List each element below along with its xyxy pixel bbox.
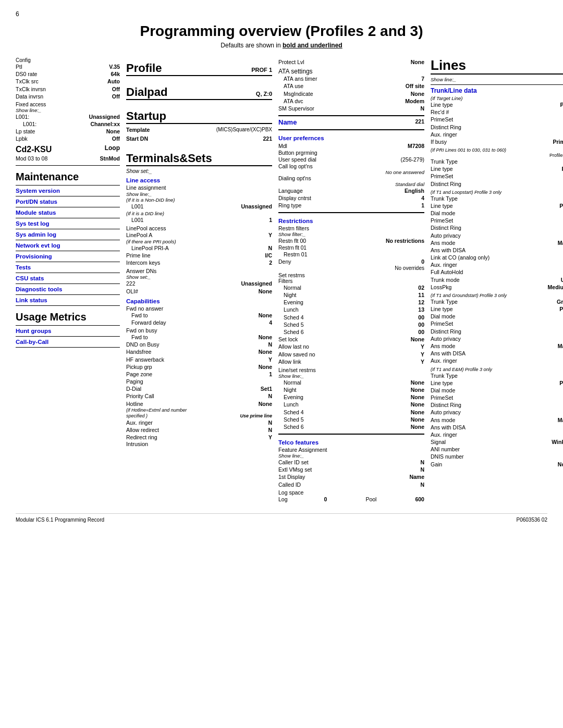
sidebar-item-system-version[interactable]: System version — [16, 188, 120, 194]
page-title: Programming overview (Profiles 2 and 3) — [16, 23, 547, 40]
footer-left: Modular ICS 6.1 Programming Record — [16, 517, 104, 523]
sidebar-item-tests[interactable]: Tests — [16, 264, 120, 270]
lines-column: Lines Show line:_ Trunk/Line data (If Ta… — [431, 57, 563, 503]
sidebar-item-diagnostic-tools[interactable]: Diagnostic tools — [16, 286, 120, 292]
page-subtitle: Defaults are shown in bold and underline… — [16, 42, 547, 49]
sidebar-item-provisioning[interactable]: Provisioning — [16, 253, 120, 260]
name-section: Name 221 — [278, 115, 424, 127]
user-preferences-section: User prefernces MdlM7208 Button prgrming… — [278, 129, 424, 209]
protect-lvl-row: Protect LvlNone — [278, 58, 424, 66]
startup-section: Startup Template (MICS)Square/(XC)PBX St… — [126, 105, 272, 142]
footer-right: P0603536 02 — [516, 517, 547, 523]
sidebar-item-hunt-groups[interactable]: Hunt groups — [16, 328, 120, 334]
config-block: Config PtIV.35 DS0 rate64k TxClk srcAuto… — [16, 57, 120, 162]
col-profile-terminals: Profile PROF 1 Dialpad Q, Z:0 Startup Te… — [126, 57, 272, 503]
sidebar-item-link-status[interactable]: Link status — [16, 297, 120, 303]
maintenance-heading: Maintenance — [16, 171, 120, 183]
dialpad-section: Dialpad Q, Z:0 — [126, 81, 272, 100]
profile-badge: PROF 1 — [251, 67, 272, 73]
sidebar: Config PtIV.35 DS0 rate64k TxClk srcAuto… — [16, 57, 120, 503]
terminals-sets-section: Terminals&Sets Show set:_ Line access Li… — [126, 147, 272, 447]
ata-settings-section: ATA settings ATA ans timer7 ATA useOff s… — [278, 68, 424, 112]
sidebar-item-call-by-call[interactable]: Call-by-Call — [16, 339, 120, 345]
sidebar-item-sys-test-log[interactable]: Sys test log — [16, 220, 120, 227]
profile-title: Profile — [126, 61, 162, 75]
sidebar-item-network-evt-log[interactable]: Network evt log — [16, 242, 120, 249]
sidebar-item-port-dn-status[interactable]: Port/DN status — [16, 199, 120, 205]
usage-metrics-heading: Usage Metrics — [16, 311, 120, 323]
maintenance-section: Maintenance System version Port/DN statu… — [16, 171, 120, 306]
config-label: Config — [16, 57, 120, 63]
profile-section: Profile PROF 1 — [126, 57, 272, 76]
dialpad-badge: Q, Z:0 — [256, 91, 272, 97]
usage-metrics-section: Usage Metrics Hunt groups Call-by-Call — [16, 311, 120, 348]
col-name-restrictions: Protect LvlNone ATA settings ATA ans tim… — [278, 57, 424, 503]
startup-title: Startup — [126, 109, 166, 123]
trunk-line-data-heading: Trunk/Line data — [431, 87, 563, 94]
sidebar-item-module-status[interactable]: Module status — [16, 209, 120, 216]
page-footer: Modular ICS 6.1 Programming Record P0603… — [16, 513, 547, 523]
sidebar-item-csu-stats[interactable]: CSU stats — [16, 275, 120, 281]
telco-features-section: Telco features Feature Assignment Show l… — [278, 434, 424, 503]
restrictions-section: Restrictions Restrn filters Show filter:… — [278, 212, 424, 430]
terminals-sets-title: Terminals&Sets — [126, 152, 212, 165]
dialpad-title: Dialpad — [126, 85, 167, 99]
page-number: 6 — [16, 10, 547, 18]
sidebar-item-sys-admin-log[interactable]: Sys admin log — [16, 231, 120, 238]
lines-title: Lines — [431, 57, 563, 75]
